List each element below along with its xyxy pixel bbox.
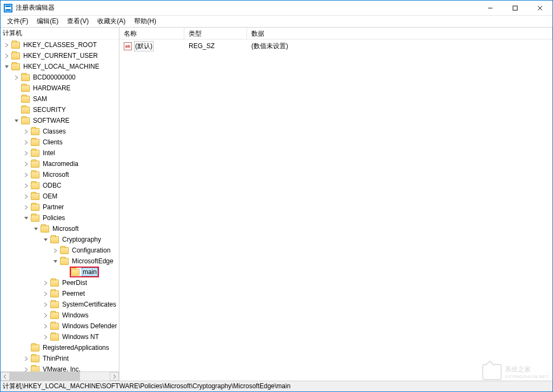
folder-icon [11,63,20,70]
tree-item-label: Macromedia [42,160,79,168]
chevron-right-icon[interactable] [3,52,10,59]
tree-item-hkey-classes-root[interactable]: HKEY_CLASSES_ROOT [1,39,119,50]
tree-item-partner[interactable]: Partner [1,202,119,212]
chevron-right-icon[interactable] [42,322,49,330]
chevron-right-icon[interactable] [42,311,49,319]
chevron-right-icon[interactable] [51,247,59,254]
scroll-right-button[interactable] [110,372,119,381]
chevron-right-icon[interactable] [3,41,10,49]
folder-icon [31,366,39,372]
main-area: 计算机 HKEY_CLASSES_ROOTHKEY_CURRENT_USERHK… [1,28,552,381]
tree-item-registeredapplications[interactable]: RegisteredApplications [1,342,119,353]
tree-item-cryptography[interactable]: Cryptography [1,234,119,245]
tree-item-systemcertificates[interactable]: SystemCertificates [1,299,119,310]
tree-item-software[interactable]: SOFTWARE [1,115,119,126]
chevron-down-icon[interactable] [3,63,10,70]
tree-item-vmware-inc-[interactable]: VMware, Inc. [1,364,119,371]
folder-icon [50,290,59,297]
menu-favorites[interactable]: 收藏夹(A) [93,16,130,27]
tree-item-windows-nt[interactable]: Windows NT [1,331,119,342]
chevron-right-icon[interactable] [22,138,30,146]
statusbar-path: 计算机\HKEY_LOCAL_MACHINE\SOFTWARE\Policies… [3,382,290,391]
minimize-button[interactable] [478,1,503,16]
tree-item-windows[interactable]: Windows [1,310,119,321]
tree-item-odbc[interactable]: ODBC [1,180,119,191]
tree-item-microsoftedge[interactable]: MicrosoftEdge [1,256,119,267]
tree-item-thinprint[interactable]: ThinPrint [1,353,119,364]
tree-item-bcd00000000[interactable]: BCD00000000 [1,72,119,83]
chevron-down-icon[interactable] [12,117,20,124]
chevron-right-icon[interactable] [22,128,30,135]
tree-item-oem[interactable]: OEM [1,191,119,202]
tree-item-peernet[interactable]: Peernet [1,288,119,299]
menu-edit[interactable]: 编辑(E) [32,16,63,27]
tree-scroll[interactable]: HKEY_CLASSES_ROOTHKEY_CURRENT_USERHKEY_L… [1,39,119,371]
values-list[interactable]: ab(默认)REG_SZ(数值未设置) [119,39,552,381]
tree-item-label: HKEY_CLASSES_ROOT [22,41,98,49]
chevron-right-icon[interactable] [22,149,30,157]
folder-icon [50,280,59,287]
tree-item-hardware[interactable]: HARDWARE [1,83,119,94]
chevron-right-icon[interactable] [12,74,20,81]
tree-item-policies[interactable]: Policies [1,212,119,223]
tree-item-label: PeerDist [61,279,88,287]
tree-item-label: ODBC [42,182,63,189]
folder-icon [11,52,20,59]
chevron-right-icon[interactable] [42,279,49,287]
chevron-down-icon[interactable] [32,225,39,232]
tree-item-intel[interactable]: Intel [1,148,119,158]
value-row[interactable]: ab(默认)REG_SZ(数值未设置) [119,41,552,51]
tree-item-label: Clients [42,138,64,146]
chevron-right-icon[interactable] [22,192,30,200]
chevron-right-icon[interactable] [22,160,30,168]
column-name[interactable]: 名称 [119,28,184,39]
tree-item-microsoft[interactable]: Microsoft [1,223,119,234]
chevron-right-icon[interactable] [22,182,30,189]
tree-header: 计算机 [1,28,119,39]
chevron-right-icon[interactable] [42,290,49,297]
tree-item-clients[interactable]: Clients [1,137,119,148]
chevron-right-icon[interactable] [22,366,30,371]
close-button[interactable] [528,1,552,16]
tree-item-sam[interactable]: SAM [1,94,119,104]
chevron-right-icon[interactable] [42,333,49,341]
tree-item-main[interactable]: main [1,267,119,277]
menu-view[interactable]: 查看(V) [63,16,93,27]
tree-item-windows-defender[interactable]: Windows Defender [1,321,119,331]
chevron-down-icon[interactable] [22,214,30,222]
column-data[interactable]: 数据 [247,28,552,39]
chevron-right-icon[interactable] [42,301,49,308]
tree-item-label: Peernet [61,290,86,297]
scroll-track[interactable] [10,372,110,381]
chevron-right-icon[interactable] [22,355,30,362]
tree-item-label: Classes [42,128,67,135]
tree-item-security[interactable]: SECURITY [1,104,119,115]
tree-horizontal-scrollbar[interactable] [1,371,119,381]
tree-item-hkey-local-machine[interactable]: HKEY_LOCAL_MACHINE [1,61,119,72]
tree-item-configuration[interactable]: Configuration [1,245,119,256]
value-type: REG_SZ [184,42,247,50]
folder-icon [31,182,39,189]
chevron-right-icon[interactable] [22,171,30,178]
tree-item-classes[interactable]: Classes [1,126,119,137]
chevron-down-icon[interactable] [51,257,59,265]
column-type[interactable]: 类型 [184,28,247,39]
menu-file[interactable]: 文件(F) [3,16,32,27]
tree-item-label: SECURITY [32,106,67,114]
folder-icon [60,258,69,265]
folder-icon [50,236,59,243]
tree-item-peerdist[interactable]: PeerDist [1,277,119,288]
tree-item-label: Microsoft [51,225,80,232]
maximize-button[interactable] [503,1,528,16]
menu-help[interactable]: 帮助(H) [130,16,161,27]
app-icon [4,4,12,12]
chevron-right-icon[interactable] [22,203,30,211]
tree-item-hkey-current-user[interactable]: HKEY_CURRENT_USER [1,50,119,61]
scroll-left-button[interactable] [1,372,10,381]
tree-item-label: Policies [42,214,66,222]
tree-item-microsoft[interactable]: Microsoft [1,169,119,180]
chevron-down-icon[interactable] [42,236,49,243]
scroll-thumb[interactable] [10,372,80,381]
folder-icon [31,161,39,168]
tree-item-macromedia[interactable]: Macromedia [1,158,119,169]
